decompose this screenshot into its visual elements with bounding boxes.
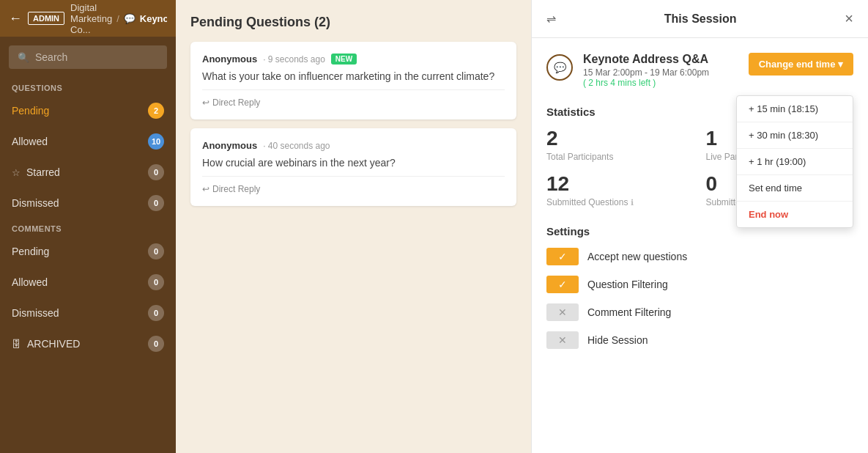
setting-question-filtering: ✓ Question Filtering	[546, 276, 853, 293]
archive-icon: 🗄	[12, 339, 21, 350]
checkmark-icon: ✓	[558, 251, 567, 262]
hide-session-label: Hide Session	[587, 334, 648, 346]
sidebar-item-label: Starred	[26, 166, 60, 178]
change-end-time-button[interactable]: Change end time ▾	[749, 53, 853, 76]
sidebar-item-comments-allowed[interactable]: Allowed 0	[0, 267, 176, 298]
sidebar-item-comments-dismissed[interactable]: Dismissed 0	[0, 298, 176, 328]
checkmark-icon: ✓	[558, 279, 567, 290]
reply-icon: ↩	[202, 97, 209, 108]
question-filtering-toggle[interactable]: ✓	[546, 276, 579, 293]
breadcrumb-session: 💬 Keynote Address Q&A	[124, 13, 167, 24]
sidebar-item-allowed[interactable]: Allowed 10	[0, 126, 176, 157]
question-card: Anonymous · 40 seconds ago How crucial a…	[190, 128, 516, 206]
close-button[interactable]: ×	[845, 10, 853, 27]
comments-pending-badge: 0	[148, 243, 164, 259]
question-card: Anonymous · 9 seconds ago NEW What is yo…	[190, 42, 516, 119]
dismissed-badge: 0	[148, 195, 164, 211]
pending-badge: 2	[148, 103, 164, 119]
panel-body: 💬 Keynote Address Q&A 15 Mar 2:00pm - 19…	[532, 38, 868, 453]
sidebar-item-label: Allowed	[12, 276, 48, 288]
sidebar-item-label: Pending	[12, 105, 49, 117]
direct-reply-button[interactable]: ↩ Direct Reply	[202, 97, 505, 108]
dropdown-plus30[interactable]: + 30 min (18:30)	[737, 122, 853, 149]
archived-badge: 0	[148, 336, 164, 352]
session-date: 15 Mar 2:00pm - 19 Mar 6:00pm	[583, 67, 738, 78]
right-panel: ⇌ This Session × 💬 Keynote Address Q&A 1…	[531, 0, 868, 453]
settings-section: Settings ✓ Accept new questions ✓ Questi…	[546, 225, 853, 349]
breadcrumb-event: Digital Marketing Co...	[70, 2, 112, 35]
question-text: How crucial are webinars in the next yea…	[202, 157, 505, 169]
setting-hide-session: ✕ Hide Session	[546, 331, 853, 349]
question-filtering-label: Question Filtering	[587, 279, 668, 290]
comment-filtering-label: Comment Filtering	[587, 306, 671, 318]
panel-header: ⇌ This Session ×	[532, 0, 868, 38]
panel-title: This Session	[664, 12, 737, 26]
dropdown-plus15[interactable]: + 15 min (18:15)	[737, 96, 853, 122]
sidebar-item-pending[interactable]: Pending 2	[0, 95, 176, 126]
sidebar-item-label: ARCHIVED	[27, 338, 80, 350]
stat-label: Submitted Questions ℹ	[546, 197, 694, 207]
stat-number: 12	[546, 174, 694, 194]
dropdown-setend[interactable]: Set end time	[737, 175, 853, 202]
sidebar-item-archived[interactable]: 🗄 ARCHIVED 0	[0, 328, 176, 359]
sidebar-item-comments-pending[interactable]: Pending 0	[0, 236, 176, 267]
back-button[interactable]: ←	[9, 11, 22, 26]
question-time: · 40 seconds ago	[263, 141, 330, 151]
x-icon: ✕	[558, 334, 567, 346]
session-icon: 💬	[546, 54, 573, 81]
question-text: What is your take on influencer marketin…	[202, 70, 505, 82]
question-time: · 9 seconds ago	[263, 54, 325, 65]
questions-header: Pending Questions (2)	[190, 15, 516, 30]
sidebar-item-label: Dismissed	[12, 197, 59, 209]
setting-accept-questions: ✓ Accept new questions	[546, 248, 853, 265]
breadcrumb-sep: /	[116, 13, 119, 24]
filter-icon[interactable]: ⇌	[546, 12, 556, 26]
sidebar-item-starred[interactable]: ☆ Starred 0	[0, 157, 176, 188]
search-box[interactable]: 🔍	[9, 45, 167, 69]
stat-number: 2	[546, 128, 694, 149]
breadcrumb: Digital Marketing Co... / 💬 Keynote Addr…	[70, 2, 167, 35]
new-badge: NEW	[331, 54, 357, 65]
sidebar-item-label: Pending	[12, 246, 49, 257]
allowed-badge: 10	[148, 133, 164, 150]
main-content: Pending Questions (2) Anonymous · 9 seco…	[176, 0, 531, 453]
reply-icon: ↩	[202, 184, 209, 194]
comment-filtering-toggle[interactable]: ✕	[546, 303, 579, 321]
questions-section-label: QUESTIONS	[0, 78, 176, 95]
stat-submitted-questions: 12 Submitted Questions ℹ	[546, 174, 694, 207]
stat-total-participants: 2 Total Participants	[546, 128, 694, 162]
admin-badge: ADMIN	[28, 12, 64, 25]
search-icon: 🔍	[18, 52, 29, 63]
stat-label: Total Participants	[546, 152, 694, 162]
sidebar-item-label: Allowed	[12, 136, 48, 147]
sidebar-item-dismissed[interactable]: Dismissed 0	[0, 188, 176, 218]
comments-section-label: COMMENTS	[0, 218, 176, 236]
info-icon: ℹ	[631, 198, 634, 207]
star-icon: ☆	[12, 167, 21, 178]
comments-dismissed-badge: 0	[148, 305, 164, 321]
session-name: Keynote Address Q&A	[583, 53, 738, 66]
chat-icon: 💬	[554, 62, 566, 73]
setting-comment-filtering: ✕ Comment Filtering	[546, 303, 853, 321]
comments-allowed-badge: 0	[148, 274, 164, 290]
hide-session-toggle[interactable]: ✕	[546, 331, 579, 349]
x-icon: ✕	[558, 306, 567, 318]
session-remaining: ( 2 hrs 4 mins left )	[583, 78, 738, 88]
question-author: Anonymous	[202, 54, 257, 65]
session-info: 💬 Keynote Address Q&A 15 Mar 2:00pm - 19…	[546, 53, 853, 88]
starred-badge: 0	[148, 164, 164, 180]
direct-reply-button[interactable]: ↩ Direct Reply	[202, 184, 505, 194]
accept-questions-label: Accept new questions	[587, 251, 687, 262]
sidebar-item-label: Dismissed	[12, 307, 59, 319]
dropdown-plus1hr[interactable]: + 1 hr (19:00)	[737, 149, 853, 175]
session-details: Keynote Address Q&A 15 Mar 2:00pm - 19 M…	[583, 53, 738, 88]
question-author: Anonymous	[202, 140, 257, 151]
search-input[interactable]	[35, 51, 158, 63]
accept-questions-toggle[interactable]: ✓	[546, 248, 579, 265]
dropdown-menu: + 15 min (18:15) + 30 min (18:30) + 1 hr…	[736, 95, 853, 228]
dropdown-endnow[interactable]: End now	[737, 202, 853, 227]
